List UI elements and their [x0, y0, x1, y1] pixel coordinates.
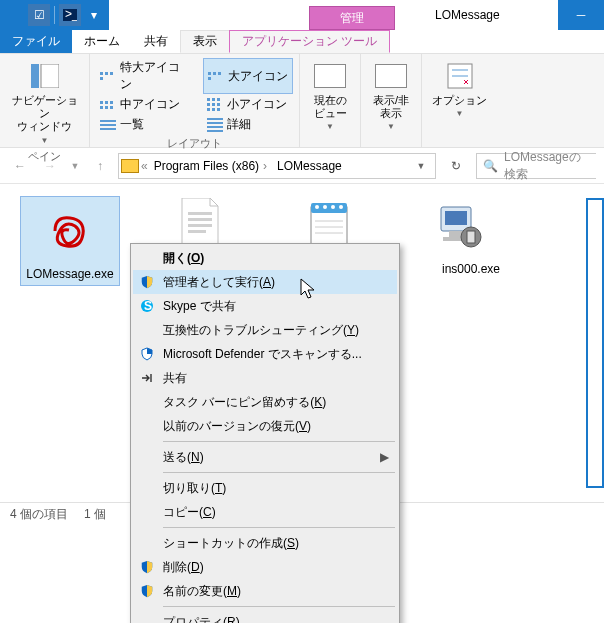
- ctx-separator: [163, 606, 395, 607]
- show-hide-button[interactable]: 表示/非 表示 ▼: [367, 58, 415, 133]
- status-selected: 1 個: [84, 506, 106, 523]
- contextual-tab-manage[interactable]: 管理: [309, 6, 395, 30]
- file-item-lomessage-exe[interactable]: LOMessage.exe: [20, 196, 120, 286]
- ctx-defender-scan[interactable]: Microsoft Defender でスキャンする...: [133, 342, 397, 366]
- ctx-compat[interactable]: 互換性のトラブルシューティング(Y): [133, 318, 397, 342]
- tab-app-tools[interactable]: アプリケーション ツール: [229, 30, 390, 53]
- recent-dropdown[interactable]: ▼: [68, 154, 82, 178]
- ctx-separator: [163, 472, 395, 473]
- ctx-send-to[interactable]: 送る(N)▶: [133, 445, 397, 469]
- powershell-icon[interactable]: >_: [59, 4, 81, 26]
- ribbon-group-options: オプション ▼: [422, 54, 497, 147]
- ctx-copy[interactable]: コピー(C): [133, 500, 397, 524]
- skype-icon: S: [139, 298, 155, 314]
- tab-file[interactable]: ファイル: [0, 30, 72, 53]
- minimize-button[interactable]: ─: [558, 0, 604, 30]
- up-button[interactable]: ↑: [88, 154, 112, 178]
- tab-share[interactable]: 共有: [132, 30, 180, 53]
- address-bar-row: ← → ▼ ↑ « Program Files (x86)› LOMessage…: [0, 148, 604, 184]
- svg-point-14: [323, 205, 327, 209]
- svg-point-15: [331, 205, 335, 209]
- svg-rect-10: [188, 230, 206, 233]
- file-label: ins000.exe: [420, 262, 500, 276]
- layout-list[interactable]: 一覧: [96, 115, 195, 134]
- nav-pane-button[interactable]: ナビゲーション ウィンドウ ▼: [6, 58, 83, 147]
- svg-rect-3: [41, 64, 59, 88]
- ribbon-tabs: ファイル ホーム 共有 表示 アプリケーション ツール: [0, 30, 604, 54]
- forward-button[interactable]: →: [38, 154, 62, 178]
- shield-icon: [139, 583, 155, 599]
- layout-small[interactable]: 小アイコン: [203, 95, 293, 114]
- ctx-previous-versions[interactable]: 以前のバージョンの復元(V): [133, 414, 397, 438]
- ctx-run-as-admin[interactable]: 管理者として実行(A): [133, 270, 397, 294]
- ribbon-group-layout: 特大アイコン 大アイコン 中アイコン 小アイコン 一覧 詳細 レイアウト: [90, 54, 300, 147]
- tab-home[interactable]: ホーム: [72, 30, 132, 53]
- chevron-right-icon: ▶: [380, 450, 389, 464]
- shield-icon: [139, 559, 155, 575]
- file-label: LOMessage.exe: [26, 267, 113, 281]
- ctx-cut[interactable]: 切り取り(T): [133, 476, 397, 500]
- title-area: 管理 LOMessage: [109, 0, 558, 30]
- layout-extra-large[interactable]: 特大アイコン: [96, 58, 195, 94]
- breadcrumb-program-files[interactable]: Program Files (x86)›: [150, 159, 271, 173]
- address-dropdown-icon[interactable]: ▼: [409, 154, 433, 178]
- ctx-skype-share[interactable]: S Skype で共有: [133, 294, 397, 318]
- chevron-right-icon[interactable]: «: [141, 159, 148, 173]
- layout-large[interactable]: 大アイコン: [203, 58, 293, 94]
- layout-details[interactable]: 詳細: [203, 115, 293, 134]
- address-bar[interactable]: « Program Files (x86)› LOMessage ▼: [118, 153, 436, 179]
- context-menu: 開く(O) 管理者として実行(A) S Skype で共有 互換性のトラブルシュ…: [130, 243, 400, 623]
- svg-text:>_: >_: [65, 9, 77, 21]
- quick-access-toolbar: ☑ >_ ▾: [0, 0, 109, 30]
- svg-rect-9: [188, 224, 212, 227]
- search-icon: 🔍: [483, 159, 498, 173]
- ribbon: ナビゲーション ウィンドウ ▼ ペイン 特大アイコン 大アイコン 中アイコン 小…: [0, 54, 604, 148]
- chevron-down-icon: ▼: [456, 109, 464, 118]
- ctx-create-shortcut[interactable]: ショートカットの作成(S): [133, 531, 397, 555]
- ctx-share[interactable]: 共有: [133, 366, 397, 390]
- titlebar: ☑ >_ ▾ 管理 LOMessage ─: [0, 0, 604, 30]
- refresh-button[interactable]: ↻: [442, 152, 470, 180]
- shield-icon: [139, 274, 155, 290]
- layout-medium[interactable]: 中アイコン: [96, 95, 195, 114]
- svg-rect-8: [188, 218, 212, 221]
- ctx-separator: [163, 527, 395, 528]
- search-placeholder: LOMessageの検索: [504, 149, 590, 183]
- ctx-rename[interactable]: 名前の変更(M): [133, 579, 397, 603]
- ribbon-group-pane: ナビゲーション ウィンドウ ▼ ペイン: [0, 54, 90, 147]
- qat-dropdown-icon[interactable]: ▾: [83, 4, 105, 26]
- defender-icon: [139, 346, 155, 362]
- nav-pane-label: ナビゲーション ウィンドウ: [10, 94, 79, 134]
- status-item-count: 4 個の項目: [10, 506, 68, 523]
- exe-icon: [40, 201, 100, 261]
- folder-icon: [121, 159, 139, 173]
- search-input[interactable]: 🔍 LOMessageの検索: [476, 153, 596, 179]
- tab-view[interactable]: 表示: [180, 30, 230, 53]
- back-button[interactable]: ←: [8, 154, 32, 178]
- options-button[interactable]: オプション ▼: [428, 58, 491, 120]
- group-label-layout: レイアウト: [96, 134, 293, 151]
- uninstaller-icon: [430, 196, 490, 256]
- file-item-unins000[interactable]: ins000.exe: [410, 196, 510, 276]
- window-title: LOMessage: [395, 8, 540, 22]
- explorer-icon[interactable]: [4, 4, 26, 26]
- svg-point-16: [339, 205, 343, 209]
- current-view-button[interactable]: 現在の ビュー ▼: [306, 58, 354, 133]
- breadcrumb-lomessage[interactable]: LOMessage: [273, 159, 346, 173]
- ribbon-group-show-hide: 表示/非 表示 ▼: [361, 54, 422, 147]
- chevron-down-icon: ▼: [41, 136, 49, 145]
- chevron-down-icon: ▼: [387, 122, 395, 131]
- svg-rect-7: [188, 212, 212, 215]
- ribbon-group-current-view: 現在の ビュー ▼: [300, 54, 361, 147]
- svg-rect-21: [445, 211, 467, 225]
- ctx-open[interactable]: 開く(O): [133, 246, 397, 270]
- ctx-pin-taskbar[interactable]: タスク バーにピン留めする(K): [133, 390, 397, 414]
- ctx-properties[interactable]: プロパティ(R): [133, 610, 397, 623]
- ctx-delete[interactable]: 削除(D): [133, 555, 397, 579]
- svg-point-13: [315, 205, 319, 209]
- chevron-down-icon: ▼: [326, 122, 334, 131]
- properties-icon[interactable]: ☑: [28, 4, 50, 26]
- preview-pane-handle[interactable]: [586, 198, 604, 488]
- svg-text:S: S: [144, 299, 152, 313]
- svg-rect-25: [467, 231, 475, 243]
